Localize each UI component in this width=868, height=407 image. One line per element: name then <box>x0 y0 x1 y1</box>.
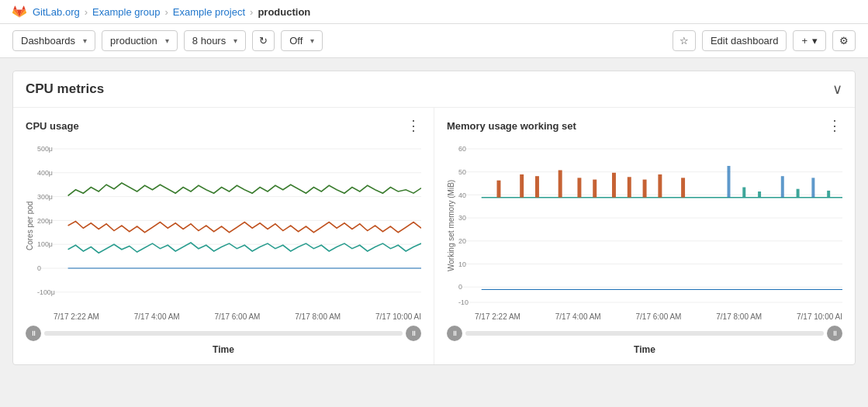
svg-text:-100μ: -100μ <box>37 288 55 297</box>
memory-usage-chart: Memory usage working set ⋮ Working set m… <box>434 108 855 364</box>
section-header: CPU metrics ∨ <box>13 71 855 108</box>
cpu-chart-title: CPU usage <box>26 120 79 132</box>
mem-x-tick-2: 7/17 6:00 AM <box>636 312 682 321</box>
charts-row: CPU usage ⋮ Cores per pod <box>13 108 855 364</box>
cpu-play-left[interactable]: ⏸ <box>26 326 41 341</box>
svg-rect-35 <box>593 180 597 198</box>
svg-rect-47 <box>827 191 830 198</box>
x-tick-3: 7/17 8:00 AM <box>295 312 341 321</box>
off-chevron: ▾ <box>310 36 314 45</box>
cpu-playback: ⏸ ⏸ <box>26 326 421 341</box>
settings-button[interactable]: ⚙ <box>832 30 856 51</box>
breadcrumb: GitLab.org › Example group › Example pro… <box>0 0 868 24</box>
star-button[interactable]: ☆ <box>673 30 696 51</box>
cpu-chart-area: Cores per pod 500μ <box>26 140 421 311</box>
cpu-y-label: Cores per pod <box>26 140 34 311</box>
memory-play-left[interactable]: ⏸ <box>447 326 462 341</box>
svg-text:40: 40 <box>458 190 466 199</box>
svg-rect-37 <box>628 177 631 197</box>
hours-label: 8 hours <box>192 35 226 47</box>
svg-rect-31 <box>520 174 524 198</box>
svg-text:100μ: 100μ <box>37 240 53 249</box>
svg-rect-42 <box>781 176 784 198</box>
nav-project[interactable]: Example project <box>173 6 245 18</box>
svg-rect-44 <box>742 188 745 198</box>
x-tick-0: 7/17 2:22 AM <box>54 312 99 321</box>
cpu-metrics-section: CPU metrics ∨ CPU usage ⋮ Cores per pod <box>12 71 856 365</box>
svg-rect-43 <box>811 178 814 197</box>
nav-sep-3: › <box>250 6 253 18</box>
dashboards-dropdown[interactable]: Dashboards ▾ <box>12 30 95 51</box>
hours-dropdown[interactable]: 8 hours ▾ <box>184 30 246 51</box>
cpu-usage-chart: CPU usage ⋮ Cores per pod <box>13 108 434 364</box>
memory-play-right[interactable]: ⏸ <box>827 326 842 341</box>
toolbar: Dashboards ▾ production ▾ 8 hours ▾ ↻ Of… <box>0 24 868 58</box>
x-tick-4: 7/17 10:00 AI <box>375 312 421 321</box>
mem-x-tick-4: 7/17 10:00 AI <box>797 312 842 321</box>
svg-text:400μ: 400μ <box>37 168 53 178</box>
memory-playback: ⏸ ⏸ <box>447 326 842 341</box>
production-dropdown[interactable]: production ▾ <box>102 30 178 51</box>
svg-text:0: 0 <box>37 264 41 273</box>
svg-rect-36 <box>612 173 616 198</box>
refresh-icon: ↻ <box>259 35 268 47</box>
main-content: CPU metrics ∨ CPU usage ⋮ Cores per pod <box>0 58 868 390</box>
svg-rect-40 <box>681 178 685 197</box>
off-dropdown[interactable]: Off ▾ <box>281 30 323 51</box>
add-icon: + <box>801 35 807 47</box>
edit-dashboard-button[interactable]: Edit dashboard <box>702 30 787 51</box>
svg-text:0: 0 <box>458 282 462 291</box>
nav-sep-1: › <box>85 6 88 18</box>
svg-text:-10: -10 <box>458 298 469 307</box>
svg-text:30: 30 <box>458 213 466 222</box>
mem-x-tick-1: 7/17 4:00 AM <box>555 312 601 321</box>
svg-rect-30 <box>497 181 501 198</box>
add-chevron: ▾ <box>812 35 818 47</box>
production-chevron: ▾ <box>165 36 169 45</box>
memory-y-label: Working set memory (MiB) <box>447 140 455 311</box>
svg-rect-39 <box>658 174 662 198</box>
svg-text:200μ: 200μ <box>37 216 53 225</box>
collapse-button[interactable]: ∨ <box>832 81 842 98</box>
cpu-time-label: Time <box>26 344 421 355</box>
memory-progress-bar[interactable] <box>465 331 824 336</box>
memory-chart-title: Memory usage working set <box>447 120 576 132</box>
production-label: production <box>110 35 157 47</box>
cpu-chart-svg: 500μ 400μ 300μ 200μ 100μ 0 -100μ <box>37 140 421 311</box>
dashboards-chevron: ▾ <box>83 36 87 45</box>
nav-gitlab[interactable]: GitLab.org <box>33 6 80 18</box>
cpu-chart-menu[interactable]: ⋮ <box>406 117 421 134</box>
memory-time-label: Time <box>447 344 842 355</box>
x-tick-1: 7/17 4:00 AM <box>134 312 180 321</box>
hours-chevron: ▾ <box>233 36 237 45</box>
memory-x-ticks: 7/17 2:22 AM 7/17 4:00 AM 7/17 6:00 AM 7… <box>447 312 842 321</box>
mem-x-tick-3: 7/17 8:00 AM <box>716 312 762 321</box>
nav-current: production <box>258 6 310 18</box>
svg-rect-41 <box>728 166 731 198</box>
svg-text:60: 60 <box>458 144 466 153</box>
off-label: Off <box>289 35 303 47</box>
memory-chart-svg: 60 50 40 30 20 10 0 -10 <box>458 140 842 311</box>
mem-x-tick-0: 7/17 2:22 AM <box>475 312 520 321</box>
memory-chart-menu[interactable]: ⋮ <box>828 117 842 134</box>
section-title: CPU metrics <box>26 81 104 97</box>
cpu-progress-bar[interactable] <box>44 331 403 336</box>
nav-group[interactable]: Example group <box>92 6 160 18</box>
svg-rect-34 <box>577 178 581 197</box>
nav-sep-2: › <box>165 6 168 18</box>
dashboards-label: Dashboards <box>21 35 75 47</box>
add-button[interactable]: + ▾ <box>793 30 826 51</box>
cpu-chart-inner: 500μ 400μ 300μ 200μ 100μ 0 -100μ <box>37 140 421 311</box>
settings-icon: ⚙ <box>839 35 849 47</box>
cpu-play-right[interactable]: ⏸ <box>406 326 421 341</box>
svg-text:20: 20 <box>458 236 466 246</box>
refresh-button[interactable]: ↻ <box>252 30 275 51</box>
svg-rect-45 <box>758 191 761 198</box>
cpu-chart-header: CPU usage ⋮ <box>26 117 421 134</box>
svg-rect-38 <box>643 180 647 198</box>
svg-text:50: 50 <box>458 167 466 177</box>
memory-chart-header: Memory usage working set ⋮ <box>447 117 842 134</box>
svg-text:300μ: 300μ <box>37 191 53 201</box>
memory-chart-area: Working set memory (MiB) <box>447 140 842 311</box>
cpu-x-ticks: 7/17 2:22 AM 7/17 4:00 AM 7/17 6:00 AM 7… <box>26 312 421 321</box>
